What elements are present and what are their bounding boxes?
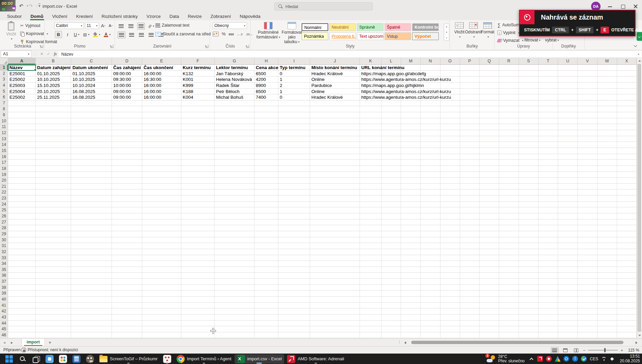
cell-H15[interactable] — [254, 148, 278, 154]
cell-N17[interactable] — [421, 160, 440, 165]
cell-T38[interactable] — [539, 285, 558, 291]
cell-W13[interactable] — [598, 136, 617, 142]
cell-V3[interactable] — [578, 77, 597, 82]
restore-button[interactable] — [619, 3, 627, 10]
cell-A30[interactable] — [8, 237, 36, 243]
cell-I12[interactable] — [278, 130, 310, 136]
cell-A27[interactable] — [8, 219, 36, 225]
cell-H35[interactable] — [254, 267, 278, 273]
cell-C1[interactable]: Datum ukončení — [71, 65, 112, 70]
paste-dropdown-icon[interactable] — [10, 36, 12, 41]
cell-S31[interactable] — [519, 243, 539, 249]
cell-W5[interactable] — [598, 89, 617, 94]
cell-F8[interactable] — [181, 106, 215, 112]
cell-E21[interactable] — [142, 184, 181, 189]
cell-M25[interactable] — [401, 207, 421, 213]
cell-R21[interactable] — [499, 184, 519, 189]
cell-A19[interactable] — [8, 172, 36, 178]
cell-N13[interactable] — [421, 136, 440, 142]
cell-O10[interactable] — [440, 118, 460, 124]
cell-M10[interactable] — [401, 118, 421, 124]
cell-C40[interactable] — [71, 297, 112, 302]
formula-input[interactable]: Název — [59, 50, 641, 58]
cell-P21[interactable] — [460, 184, 480, 189]
cell-U15[interactable] — [558, 148, 578, 154]
cell-E16[interactable] — [142, 154, 181, 160]
cell-V9[interactable] — [578, 112, 597, 118]
cell-X19[interactable] — [617, 172, 637, 178]
cell-D18[interactable] — [112, 166, 142, 172]
align-top-button[interactable] — [118, 23, 125, 29]
cell-W30[interactable] — [598, 237, 617, 243]
row-header-1[interactable]: 1 — [0, 65, 8, 70]
cell-C31[interactable] — [71, 243, 112, 249]
cell-C2[interactable]: 01.10.2025 — [71, 71, 112, 77]
cell-O9[interactable] — [440, 112, 460, 118]
cell-R44[interactable] — [499, 321, 519, 326]
cell-I45[interactable] — [278, 326, 310, 332]
cell-N42[interactable] — [421, 308, 440, 314]
cell-O16[interactable] — [440, 154, 460, 160]
cell-D39[interactable] — [112, 291, 142, 296]
comma-style-icon[interactable] — [229, 32, 234, 36]
cell-N24[interactable] — [421, 202, 440, 207]
cell-W42[interactable] — [598, 308, 617, 314]
cell-B28[interactable] — [36, 225, 71, 231]
cell-Q8[interactable] — [480, 106, 499, 112]
cell-X7[interactable] — [617, 100, 637, 106]
cell-S35[interactable] — [519, 267, 539, 273]
row-header-20[interactable]: 20 — [0, 178, 8, 183]
cell-F25[interactable] — [181, 207, 215, 213]
cell-X27[interactable] — [617, 219, 637, 225]
cell-W32[interactable] — [598, 249, 617, 255]
cell-R43[interactable] — [499, 314, 519, 320]
cell-L20[interactable] — [381, 178, 401, 183]
cell-N8[interactable] — [421, 106, 440, 112]
cell-S15[interactable] — [519, 148, 539, 154]
cell-M9[interactable] — [401, 112, 421, 118]
cell-P25[interactable] — [460, 207, 480, 213]
cell-E38[interactable] — [142, 285, 181, 291]
cell-X1[interactable] — [617, 65, 637, 70]
row-header-11[interactable]: 11 — [0, 124, 8, 130]
cell-F12[interactable] — [181, 130, 215, 136]
cell-V2[interactable] — [578, 71, 597, 77]
cell-I22[interactable] — [278, 189, 310, 195]
column-header-O[interactable]: O — [440, 58, 460, 64]
cell-B22[interactable] — [36, 189, 71, 195]
cell-K2[interactable]: https://maps.app.goo.gl/abcdefg — [360, 71, 381, 77]
cell-Q26[interactable] — [480, 213, 499, 219]
cell-T34[interactable] — [539, 261, 558, 267]
cell-H22[interactable] — [254, 189, 278, 195]
cell-R15[interactable] — [499, 148, 519, 154]
cell-M44[interactable] — [401, 321, 421, 326]
cell-A22[interactable] — [8, 189, 36, 195]
cell-D17[interactable] — [112, 160, 142, 165]
cell-L13[interactable] — [381, 136, 401, 142]
cell-B2[interactable]: 01.10.2025 — [36, 71, 71, 77]
cell-D11[interactable] — [112, 124, 142, 130]
cell-I18[interactable] — [278, 166, 310, 172]
cell-L25[interactable] — [381, 207, 401, 213]
cell-G44[interactable] — [215, 321, 254, 326]
cell-X25[interactable] — [617, 207, 637, 213]
cell-H5[interactable]: 6500 — [254, 89, 278, 94]
cell-D46[interactable] — [112, 332, 142, 338]
cell-F7[interactable] — [181, 100, 215, 106]
cell-D30[interactable] — [112, 237, 142, 243]
cell-V31[interactable] — [578, 243, 597, 249]
cell-F4[interactable]: K999 — [181, 83, 215, 88]
cell-D12[interactable] — [112, 130, 142, 136]
row-header-27[interactable]: 27 — [0, 219, 8, 225]
cell-T23[interactable] — [539, 195, 558, 201]
cell-M22[interactable] — [401, 189, 421, 195]
cell-X10[interactable] — [617, 118, 637, 124]
cell-C10[interactable] — [71, 118, 112, 124]
cell-P39[interactable] — [460, 291, 480, 296]
cell-Q17[interactable] — [480, 160, 499, 165]
cell-H19[interactable] — [254, 172, 278, 178]
cell-X2[interactable] — [617, 71, 637, 77]
cell-Q23[interactable] — [480, 195, 499, 201]
cell-S20[interactable] — [519, 178, 539, 183]
row-header-23[interactable]: 23 — [0, 195, 8, 201]
